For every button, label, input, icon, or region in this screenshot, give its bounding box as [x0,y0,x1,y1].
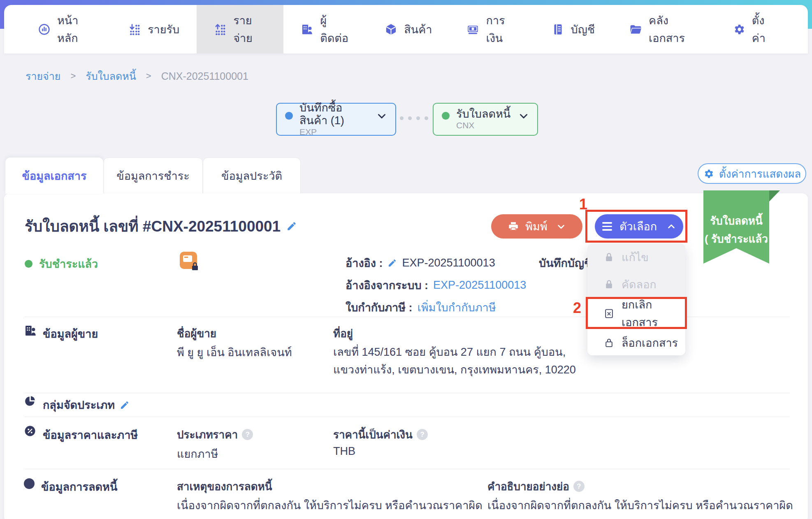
expense-icon [214,23,227,36]
category-pie-icon [24,395,36,407]
nav-item-expense[interactable]: รายจ่าย [197,5,283,53]
nav-item-income[interactable]: รายรับ [111,5,197,53]
nav-item-accounting[interactable]: บัญชี [534,5,612,53]
status-badge: รับชำระแล้ว [25,255,98,273]
step-label: บันทึกซื้อสินค้า (1) [299,102,370,127]
accounting-icon [552,23,564,36]
currency-value: THB [333,445,355,458]
step-credit-note[interactable]: รับใบลดหนี้ CNX [433,103,538,136]
options-dropdown-menu: แก้ไข คัดลอก ยกเลิกเอกสาร ล็อกเอกสาร [587,243,685,355]
seller-name-label: ชื่อผู้ขาย [177,325,216,342]
status-dot [25,260,32,268]
breadcrumb-expense-link[interactable]: รายจ่าย [26,68,60,84]
status-label: รับชำระแล้ว [39,255,98,273]
page-title: รับใบลดหนี้ เลขที่ #CNX-20251100001 [25,214,281,238]
step-label: รับใบลดหนี้ [456,108,510,120]
display-settings-button[interactable]: ตั้งค่าการแสดงผล [698,163,806,184]
nav-label: รายรับ [148,21,179,38]
nav-item-finance[interactable]: การเงิน [449,5,534,53]
products-icon [385,23,397,36]
ref-value: EXP-20251100013 [402,257,495,269]
category-section-title: กลุ่มจัดประเภท [43,396,130,414]
help-icon[interactable]: ? [573,481,585,492]
lock-icon [604,252,614,262]
credit-reason-value: เนื่องจากผิดจากที่ตกลงกัน ให้บริการไม่คร… [177,496,483,514]
edit-title-icon[interactable] [286,221,297,232]
help-icon[interactable]: ? [417,429,428,440]
breadcrumb-credit-note-link[interactable]: รับใบลดหนี้ [86,68,136,84]
seller-address-label: ที่อยู่ [333,325,353,342]
step-code: CNX [456,120,510,130]
price-type-label: ประเภทราคา ? [177,426,253,443]
disabled-menu-group: แก้ไข คัดลอก [587,243,685,298]
lock-outline-icon [604,338,614,348]
annotation-number-1: 1 [579,196,587,213]
printer-icon [508,221,519,232]
nav-label: คลังเอกสาร [649,12,698,47]
system-ref-link[interactable]: EXP-20251100013 [433,279,526,292]
ribbon-doc-type: รับใบลดหนี้ [703,212,769,230]
seller-name-link[interactable]: พี ยู ยู เอ็น อินเทลลิเจนท์ [177,343,292,361]
menu-icon [602,222,612,231]
nav-label: การเงิน [486,12,517,47]
lock-badge-icon [190,262,200,271]
display-settings-label: ตั้งค่าการแสดงผล [719,165,801,182]
main-navbar: หน้าหลัก รายรับ รายจ่าย ผู้ติดต่อ สินค้า… [4,5,808,53]
credit-note-section-title: ข้อมูลการลดหนี้ [41,478,117,496]
step-code: EXP [299,127,370,137]
help-icon[interactable]: ? [242,429,253,440]
nav-item-home[interactable]: หน้าหลัก [21,5,111,53]
documents-icon [629,23,642,36]
annotation-number-2: 2 [573,299,581,317]
category-title-text: กลุ่มจัดประเภท [43,396,115,414]
step-status-dot [285,112,293,120]
tax-invoice-label: ใบกำกับภาษี : [346,299,413,316]
menu-item-label: คัดลอก [622,276,657,293]
finance-icon [466,23,479,36]
menu-item-copy: คัดลอก [587,271,685,298]
breadcrumb-separator: > [146,71,151,81]
seller-section-title: ข้อมูลผู้ขาย [43,325,98,343]
menu-item-label: แก้ไข [622,248,649,266]
chevron-down-icon [518,111,529,121]
seller-address: เลขที่ 145/161 ซอย คู้บอน 27 แยก 7 ถนน ค… [333,343,592,379]
credit-description-label-text: คำอธิบายอย่างย่อ [487,478,569,495]
nav-label: หน้าหลัก [57,12,94,47]
divider [25,393,790,393]
price-type-value: แยกภาษี [177,445,218,463]
nav-label: บัญชี [571,21,595,38]
nav-item-documents[interactable]: คลังเอกสาร [612,5,715,53]
menu-item-lock-document[interactable]: ล็อกเอกสาร [587,329,685,356]
tab-payment-info[interactable]: ข้อมูลการชำระ [103,158,203,194]
nav-item-products[interactable]: สินค้า [367,5,449,53]
credit-description-value: เนื่องจากผิดจากที่ตกลงกัน ให้บริการไม่คร… [487,496,793,514]
document-locked-icon [180,252,197,269]
system-ref-label: อ้างอิงจากระบบ : [346,276,428,294]
breadcrumb: รายจ่าย > รับใบลดหนี้ > CNX-20251100001 [26,68,248,84]
add-tax-invoice-link[interactable]: เพิ่มใบกำกับภาษี [418,299,496,316]
income-icon [128,23,141,36]
nav-item-contacts[interactable]: ผู้ติดต่อ [283,5,367,53]
contacts-icon [301,23,313,36]
breadcrumb-current-doc: CNX-20251100001 [161,70,248,82]
breadcrumb-separator: > [70,71,76,81]
credit-description-label: คำอธิบายอย่างย่อ ? [487,478,585,495]
file-cancel-icon [604,308,614,319]
ref-label: อ้างอิง : [346,254,383,272]
divider [25,417,790,417]
tab-history-info[interactable]: ข้อมูลประวัติ [203,158,301,194]
nav-item-settings[interactable]: ตั้งค่า [715,5,791,53]
step-status-dot [442,112,450,120]
chevron-up-icon [667,222,676,231]
print-button[interactable]: พิมพ์ [491,214,582,239]
settings-icon [733,23,745,36]
step-purchase-record[interactable]: บันทึกซื้อสินค้า (1) EXP [276,103,396,136]
options-button[interactable]: ตัวเลือก [595,214,683,239]
edit-ref-icon[interactable] [387,258,397,268]
menu-item-cancel-document[interactable]: ยกเลิกเอกสาร [587,298,685,329]
edit-category-icon[interactable] [120,400,130,410]
tab-document-info[interactable]: ข้อมูลเอกสาร [5,158,103,194]
price-type-label-text: ประเภทราคา [177,426,238,443]
menu-item-edit: แก้ไข [587,243,685,271]
menu-item-label: ล็อกเอกสาร [622,334,678,352]
